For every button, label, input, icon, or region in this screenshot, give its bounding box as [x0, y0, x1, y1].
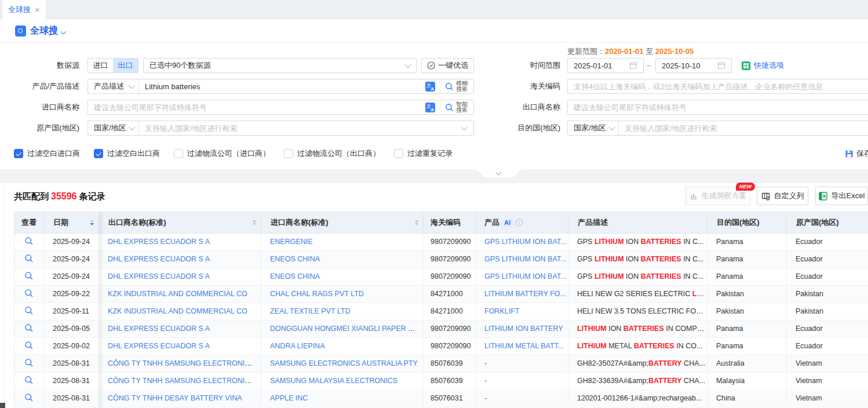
export-excel-label: 导出Excel — [831, 191, 865, 201]
view-button[interactable] — [14, 303, 44, 320]
table-row: 2025-09-05DHL EXPRESS ECUADOR S ADONGGUA… — [14, 320, 868, 338]
view-button[interactable] — [14, 338, 44, 355]
translate-icon[interactable]: 文A — [425, 82, 435, 92]
exporter-link[interactable]: DHL EXPRESS ECUADOR S A — [99, 320, 261, 337]
product-link[interactable]: GPS LITHIUM ION BAT... — [477, 234, 568, 250]
date-to-input[interactable]: 2025-10-10 — [655, 58, 732, 73]
product-link[interactable]: FORKLIFT — [477, 303, 568, 320]
importer-link[interactable]: DONGGUAN HONGMEI XIANGLI PAPER PR... — [261, 320, 424, 337]
optimize-button[interactable]: 一键优选 — [421, 58, 474, 73]
exporter-link[interactable]: DHL EXPRESS ECUADOR S A — [99, 251, 261, 268]
datasource-select[interactable]: 已选中90个数据源 — [143, 58, 417, 73]
left-scrollbar-track[interactable] — [0, 183, 5, 408]
hs-code-input-field[interactable] — [574, 82, 868, 91]
checkbox-icon[interactable] — [174, 149, 183, 158]
product-type-select[interactable]: 产品描述 — [88, 81, 138, 92]
scrollbar-corner[interactable] — [0, 403, 5, 408]
checkbox-icon[interactable] — [14, 149, 23, 158]
quick-options-link[interactable]: 快捷选项 — [742, 58, 784, 73]
magnifier-icon — [24, 341, 34, 350]
destination-cell: Panama — [707, 234, 787, 250]
export-excel-button[interactable]: 导出Excel — [815, 187, 868, 205]
tab-global-search[interactable]: 全球搜 × — [2, 0, 46, 19]
checkbox-icon[interactable] — [394, 149, 403, 158]
chevron-down-icon — [128, 82, 134, 89]
filter-checkbox-3[interactable]: 过滤物流公司（出口商） — [284, 148, 380, 159]
checkbox-icon[interactable] — [284, 149, 293, 158]
save-link[interactable]: 保存 — [845, 148, 868, 159]
exporter-name-input-field[interactable] — [574, 103, 868, 112]
importer-link[interactable]: CHAL CHAL RAGS PVT LTD — [261, 286, 424, 303]
importer-name-input[interactable] — [88, 103, 425, 112]
sort-icons[interactable] — [90, 220, 94, 225]
exporter-link[interactable]: CÔNG TY TNHH SAMSUNG ELECTRONICS ... — [99, 355, 261, 372]
product-link[interactable]: GPS LITHIUM ION BAT... — [477, 251, 568, 268]
product-link[interactable]: LITHIUM ION BATTERY — [477, 320, 568, 337]
info-icon[interactable] — [515, 218, 523, 227]
table-row: 2025-09-22KZK INDUSTRIAL AND COMMERCIAL … — [14, 286, 868, 303]
hs-code-cell: 84271000 — [424, 303, 477, 320]
view-button[interactable] — [14, 286, 44, 303]
view-button[interactable] — [14, 355, 44, 372]
generate-insight-button[interactable]: 生成洞察方案 NEW — [685, 187, 750, 205]
sort-icons[interactable] — [415, 220, 418, 225]
importer-link[interactable]: ENEOS CHINA — [261, 268, 424, 285]
importer-link[interactable]: ZEAL TEXTILE PVT LTD — [261, 303, 424, 320]
exporter-name-input[interactable] — [567, 100, 868, 115]
header-exporter[interactable]: 出口商名称(标准) — [99, 212, 261, 233]
importer-link[interactable]: APPLE INC — [261, 390, 424, 407]
header-importer[interactable]: 进口商名称(标准) — [261, 212, 424, 233]
collapse-panel-tab[interactable] — [476, 169, 521, 177]
importer-link[interactable]: SAMSUNG MALAYSIA ELECTRONICS — [261, 373, 424, 389]
header-date[interactable]: 日期 — [44, 212, 99, 233]
origin-cell: Ecuador — [787, 234, 868, 250]
checkbox-icon[interactable] — [94, 149, 103, 158]
importer-link[interactable]: ANDRA LIEPINA — [261, 338, 424, 355]
importer-link[interactable]: ENEOS CHINA — [261, 251, 424, 268]
destination-country-select[interactable]: 国家/地区 — [568, 123, 618, 133]
view-button[interactable] — [14, 268, 44, 285]
exporter-link[interactable]: CÔNG TY TNHH DESAY BATTERY VINA — [99, 390, 261, 407]
origin-country-input[interactable] — [139, 124, 462, 133]
origin-country-select[interactable]: 国家/地区 — [88, 123, 138, 133]
custom-columns-button[interactable]: 自定义列 — [757, 187, 808, 205]
exporter-link[interactable]: DHL EXPRESS ECUADOR S A — [99, 234, 261, 250]
datasource-selected-value: 已选中90个数据源 — [149, 60, 210, 71]
hs-code-cell: 9807209090 — [424, 251, 477, 268]
product-link[interactable]: LITHIUM METAL BATT... — [477, 338, 568, 355]
view-button[interactable] — [14, 390, 44, 407]
exporter-link[interactable]: KZK INDUSTRIAL AND COMMERCIAL CO — [99, 303, 261, 320]
exporter-link[interactable]: CÔNG TY TNHH SAMSUNG ELECTRONICS ... — [99, 373, 261, 389]
importer-link[interactable]: ENERGENIE — [261, 234, 424, 250]
importer-link[interactable]: SAMSUNG ELECTRONICS AUSTRALIA PTY — [261, 355, 424, 372]
translate-icon[interactable]: 文A — [425, 103, 435, 112]
smart-search-button[interactable]: 智能搜索 — [445, 101, 473, 113]
title-chevron-down-icon[interactable] — [61, 29, 67, 35]
view-button[interactable] — [14, 373, 44, 389]
destination-country-input[interactable] — [619, 124, 868, 133]
exporter-link[interactable]: DHL EXPRESS ECUADOR S A — [99, 338, 261, 355]
fuzzy-search-button[interactable]: 模糊搜索 — [445, 81, 473, 92]
magnifier-icon — [24, 376, 34, 385]
view-button[interactable] — [14, 234, 44, 250]
product-link[interactable]: LITHIUM BATTERY FO... — [477, 286, 568, 303]
filter-checkbox-1[interactable]: 过滤空白出口商 — [94, 148, 160, 159]
exporter-link[interactable]: KZK INDUSTRIAL AND COMMERCIAL CO — [99, 286, 261, 303]
origin-cell: Vietnam — [787, 355, 868, 372]
date-cell: 2025-09-02 — [44, 338, 99, 355]
view-button[interactable] — [14, 251, 44, 268]
product-desc-input[interactable] — [139, 82, 425, 91]
filter-checkbox-2[interactable]: 过滤物流公司（进口商） — [174, 148, 270, 159]
filter-checkbox-4[interactable]: 过滤重复记录 — [394, 148, 453, 159]
import-toggle-button[interactable]: 进口 — [88, 59, 113, 72]
hs-code-input[interactable] — [567, 79, 868, 94]
date-from-input[interactable]: 2025-01-01 — [567, 58, 644, 73]
filter-checkbox-0[interactable]: 过滤空白进口商 — [14, 148, 80, 159]
export-toggle-button[interactable]: 出口 — [113, 59, 138, 72]
hs-code-cell: 85076031 — [424, 390, 477, 407]
exporter-link[interactable]: DHL EXPRESS ECUADOR S A — [99, 268, 261, 285]
product-link[interactable]: GPS LITHIUM ION BAT... — [477, 268, 568, 285]
tab-close-icon[interactable]: × — [35, 5, 40, 14]
sort-icons[interactable] — [253, 220, 256, 225]
view-button[interactable] — [14, 320, 44, 337]
